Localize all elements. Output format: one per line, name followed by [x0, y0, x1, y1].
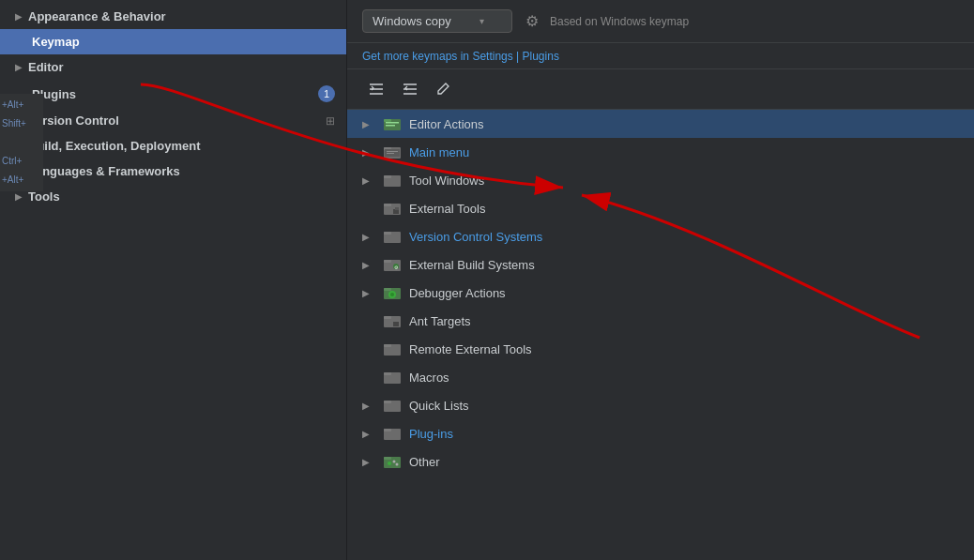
sidebar-item-keymap[interactable]: Keymap [0, 29, 346, 54]
action-row-ant[interactable]: Ant Targets [347, 307, 974, 335]
link-bar: Get more keymaps in Settings | Plugins [347, 43, 974, 69]
sidebar-item-plugins[interactable]: Plugins 1 [0, 80, 346, 108]
based-on-text: Based on Windows keymap [550, 15, 689, 28]
sidebar-item-label: Tools [28, 189, 60, 204]
folder-icon [383, 398, 402, 413]
ext-build-folder-icon: ⚙ [383, 257, 402, 272]
sidebar-item-label: Keymap [15, 35, 80, 49]
svg-rect-32 [384, 316, 391, 319]
expand-all-button[interactable] [362, 77, 390, 101]
expand-icon: ▶ [362, 119, 375, 129]
sidebar-item-version-control[interactable]: ▶ Version Control ⊞ [0, 108, 346, 133]
quick-lists-folder-icon [383, 398, 402, 413]
action-row-debugger[interactable]: ▶ Debugger Actions [347, 279, 974, 307]
sidebar-item-editor[interactable]: ▶ Editor [0, 54, 346, 80]
sidebar-item-build[interactable]: ▶ Build, Execution, Deployment [0, 133, 346, 159]
tool-windows-folder-icon [383, 173, 402, 188]
action-label: Main menu [409, 145, 959, 159]
toolbar [347, 69, 974, 110]
external-tools-folder-icon [383, 201, 402, 216]
svg-rect-13 [387, 151, 398, 152]
svg-point-46 [396, 463, 399, 466]
action-row-plugins[interactable]: ▶ Plug-ins [347, 419, 974, 447]
action-list: ▶ Editor Actions ▶ [347, 110, 974, 560]
macros-folder-icon [383, 370, 402, 385]
folder-icon [383, 229, 402, 244]
action-row-version-control[interactable]: ▶ Version Control Systems [347, 222, 974, 250]
svg-rect-20 [395, 207, 399, 210]
sidebar: ▶ Appearance & Behavior Keymap ▶ Editor … [0, 0, 347, 560]
expand-icon: ▶ [362, 232, 375, 242]
expand-icon: ▶ [362, 457, 375, 467]
action-label: Macros [409, 371, 959, 385]
svg-rect-35 [384, 344, 391, 347]
dropdown-arrow-icon: ▾ [479, 16, 484, 26]
action-label: Other [409, 455, 959, 469]
keymap-dropdown[interactable]: Windows copy ▾ [362, 9, 512, 33]
other-icon [383, 454, 402, 469]
action-label: Debugger Actions [409, 286, 959, 300]
chevron-icon: ▶ [15, 62, 23, 72]
svg-rect-24 [384, 260, 391, 263]
debugger-folder-icon [383, 285, 402, 300]
other-folder-icon [383, 454, 402, 469]
shortcut-label: Ctrl+ [0, 152, 43, 171]
expand-icon: ▶ [362, 260, 375, 270]
action-label: Quick Lists [409, 399, 959, 413]
sidebar-item-languages[interactable]: ▶ Languages & Frameworks [0, 159, 346, 184]
ant-folder-icon [383, 313, 402, 328]
expand-icon: ▶ [362, 175, 375, 186]
keymaps-link[interactable]: Get more keymaps in Settings | Plugins [362, 50, 559, 63]
remote-folder-icon [383, 341, 402, 356]
action-row-external-build[interactable]: ▶ ⚙ External Build Systems [347, 250, 974, 279]
keymap-name: Windows copy [373, 14, 451, 28]
edit-button[interactable] [430, 78, 456, 100]
editor-actions-folder-icon [383, 116, 402, 131]
gear-icon[interactable]: ⚙ [525, 12, 539, 30]
editor-actions-icon [383, 116, 402, 131]
svg-point-44 [388, 462, 391, 465]
svg-rect-18 [384, 204, 391, 206]
svg-rect-9 [386, 125, 395, 127]
action-row-macros[interactable]: Macros [347, 363, 974, 391]
keymap-header: Windows copy ▾ ⚙ Based on Windows keymap [347, 0, 974, 43]
plugins-badge: 1 [318, 85, 335, 102]
plugins-folder-icon [383, 426, 402, 441]
folder-icon [383, 201, 402, 216]
svg-rect-8 [386, 122, 399, 124]
action-row-main-menu[interactable]: ▶ Main menu [347, 138, 974, 166]
debugger-icon [383, 285, 402, 300]
svg-rect-37 [384, 372, 391, 375]
folder-icon [383, 173, 402, 188]
sidebar-item-tools[interactable]: ▶ Tools [0, 184, 346, 209]
action-row-tool-windows[interactable]: ▶ Tool Windows [347, 166, 974, 194]
expand-icon: ▶ [362, 401, 375, 411]
action-label: External Build Systems [409, 258, 959, 272]
shortcut-label: +Alt+ [0, 171, 43, 189]
svg-rect-41 [384, 429, 391, 431]
folder-icon [383, 426, 402, 441]
collapse-all-button[interactable] [396, 77, 424, 101]
action-row-remote-external[interactable]: Remote External Tools [347, 335, 974, 363]
action-label: Plug-ins [409, 427, 959, 441]
sidebar-item-label: Languages & Frameworks [28, 164, 180, 178]
action-row-other[interactable]: ▶ Other [347, 447, 974, 476]
action-label: Version Control Systems [409, 230, 959, 244]
svg-rect-16 [384, 175, 391, 178]
vcs-folder-icon [383, 229, 402, 244]
expand-icon: ▶ [362, 288, 375, 298]
action-row-editor-actions[interactable]: ▶ Editor Actions [347, 110, 974, 138]
svg-rect-43 [384, 457, 391, 460]
shortcut-label: Shift+ [0, 114, 43, 133]
action-row-external-tools[interactable]: External Tools [347, 194, 974, 222]
sidebar-item-appearance[interactable]: ▶ Appearance & Behavior [0, 4, 346, 29]
svg-point-45 [393, 461, 396, 463]
svg-rect-28 [384, 288, 391, 291]
chevron-icon: ▶ [15, 11, 23, 22]
folder-icon: ⚙ [383, 257, 402, 272]
sidebar-item-label: Build, Execution, Deployment [28, 139, 200, 153]
folder-icon [383, 341, 402, 356]
svg-rect-7 [384, 119, 391, 122]
svg-rect-14 [387, 153, 394, 154]
action-row-quick-lists[interactable]: ▶ Quick Lists [347, 391, 974, 419]
